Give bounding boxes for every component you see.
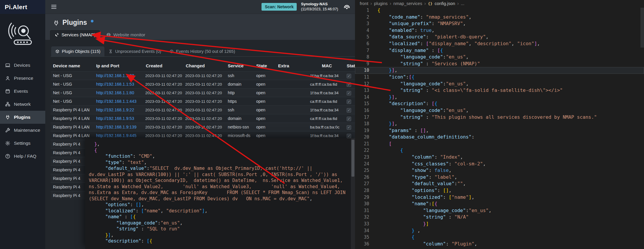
editor-line[interactable]: 22 { bbox=[355, 147, 644, 154]
editor-line[interactable]: 1{ bbox=[355, 7, 644, 14]
sidebar-item-settings[interactable]: Settings bbox=[0, 137, 45, 150]
editor-line[interactable]: 7 "display_name" : [{ bbox=[355, 47, 644, 54]
ip-port-link[interactable]: http://192.168.1.9:22 bbox=[96, 108, 134, 112]
tab-unprocessed-events-0[interactable]: Unprocessed Events (0) bbox=[104, 46, 165, 56]
editor-line[interactable]: 24 "css_classes": "col-sm-2", bbox=[355, 161, 644, 167]
editor-line[interactable]: 8 "language_code":"en_us", bbox=[355, 54, 644, 61]
scan-status-badge[interactable]: Scan: Network bbox=[262, 3, 297, 11]
editor-line[interactable]: 25 "show": false, bbox=[355, 167, 644, 174]
ip-port-link[interactable]: http://192.168.1.9:53 bbox=[96, 116, 134, 121]
ip-port-link[interactable]: http://192.168.1.1:80 bbox=[96, 90, 134, 95]
editor-line[interactable]: 28 "options": [], bbox=[355, 187, 644, 194]
row-checkbox[interactable]: ✓ bbox=[347, 91, 351, 95]
overlay-code-line[interactable]: "function": "CMD", bbox=[89, 153, 346, 160]
editor-line[interactable]: 36 "column": "Plugin", bbox=[355, 241, 644, 248]
sidebar-item-devices[interactable]: Devices bbox=[0, 59, 45, 72]
editor-line[interactable]: 16 "language_code":"en_us", bbox=[355, 107, 644, 114]
breadcrumb-item-[interactable]: ... bbox=[461, 1, 464, 6]
row-checkbox[interactable]: ✓ bbox=[347, 117, 351, 121]
overlay-code-line[interactable]: "options": [], bbox=[89, 202, 346, 208]
editor-line[interactable]: 33 }] bbox=[355, 221, 644, 227]
overlay-code-line[interactable]: "name" : [{ bbox=[89, 214, 346, 220]
row-checkbox[interactable]: ✓ bbox=[347, 74, 351, 78]
overlay-code-line[interactable]: "default_value":"SELECT dv.dev_Name as O… bbox=[89, 165, 346, 202]
overlay-code-line[interactable]: "localized": ["name", "description"], bbox=[89, 208, 346, 214]
editor-line[interactable]: 14 }], bbox=[355, 94, 644, 101]
ip-port-link[interactable]: http://192.168.1.1:22 bbox=[96, 73, 134, 78]
editor-line[interactable]: 21 [ bbox=[355, 141, 644, 147]
breadcrumb-item-plugins[interactable]: plugins bbox=[374, 1, 388, 6]
tab-events-history-50-out-of-1265[interactable]: Events History (50 out of 1265) bbox=[165, 46, 239, 56]
sidebar-item-events[interactable]: Events bbox=[0, 85, 45, 98]
overlay-code-line[interactable]: { bbox=[89, 147, 346, 154]
tab-plugin-objects-115[interactable]: Plugin Objects (115) bbox=[51, 46, 104, 56]
column-header-ip-and-port[interactable]: Ip and Port bbox=[94, 60, 143, 71]
editor-line[interactable]: 23 "column": "Index", bbox=[355, 154, 644, 161]
overlay-code-line[interactable]: "string" : "SQL to run" bbox=[89, 226, 346, 232]
column-header-device-name[interactable]: Device name bbox=[51, 60, 94, 71]
editor-line[interactable]: 9 "string" : "Services (NMAP)" bbox=[355, 61, 644, 67]
row-checkbox[interactable]: ✓ bbox=[347, 134, 351, 138]
overlay-code-line[interactable]: "description": [{ bbox=[89, 238, 346, 244]
overlay-scrollbar-thumb[interactable] bbox=[351, 140, 354, 177]
menu-icon[interactable] bbox=[51, 4, 57, 10]
row-checkbox[interactable]: ✓ bbox=[347, 125, 351, 130]
sidebar-item-network[interactable]: Network bbox=[0, 98, 45, 111]
editor-line[interactable]: 10 }], bbox=[355, 67, 644, 74]
column-header-created[interactable]: Created bbox=[143, 60, 183, 71]
line-number: 22 bbox=[355, 147, 369, 154]
column-header-service[interactable]: Service bbox=[225, 60, 254, 71]
row-checkbox[interactable]: ✓ bbox=[347, 108, 351, 113]
editor-line[interactable]: 3 "unique_prefix": "NMAPSRV", bbox=[355, 20, 644, 27]
ip-port-link[interactable]: http://192.168.1.9:139 bbox=[96, 125, 136, 129]
row-checkbox[interactable]: ✓ bbox=[347, 100, 351, 104]
editor-line[interactable]: 31 "language_code":"en_us", bbox=[355, 207, 644, 214]
editor-line[interactable]: 5 "data_source": "pialert-db-query", bbox=[355, 34, 644, 40]
breadcrumb-item-config-json[interactable]: config.json bbox=[435, 1, 455, 6]
overlay-code-line[interactable]: }, bbox=[89, 141, 346, 147]
editor-line[interactable]: 27 "default_value":"", bbox=[355, 180, 644, 187]
overlay-code-line[interactable]: "type": "text", bbox=[89, 160, 346, 166]
column-header-extra[interactable]: Extra bbox=[276, 60, 309, 71]
editor-line[interactable]: 18 }], bbox=[355, 121, 644, 127]
editor-line[interactable]: 30 "name":[{ bbox=[355, 201, 644, 207]
editor-line[interactable]: 32 "string" : "N/A" bbox=[355, 214, 644, 221]
editor-scrollbar[interactable] bbox=[640, 8, 644, 249]
editor-line[interactable]: 17 "string" : "This plugin shows all ser… bbox=[355, 114, 644, 121]
editor-line[interactable]: 11 "icon":[{ bbox=[355, 74, 644, 81]
editor-line[interactable]: 15 "description": [{ bbox=[355, 100, 644, 107]
editor-line[interactable]: 6 "localized": ["display_name", "descrip… bbox=[355, 40, 644, 47]
overlay-code-line[interactable]: }], bbox=[89, 232, 346, 238]
editor-line[interactable]: 2 "code_name": "nmap_services", bbox=[355, 14, 644, 21]
editor-line[interactable]: 12 "language_code":"en_us", bbox=[355, 81, 644, 87]
ip-port-link[interactable]: http://192.168.1.9:445 bbox=[96, 133, 136, 138]
editor-line[interactable]: 26 "type": "label", bbox=[355, 174, 644, 181]
app-brand[interactable]: Pi.Alert bbox=[0, 0, 45, 14]
overlay-scrollbar[interactable] bbox=[351, 138, 355, 249]
breadcrumb-item-nmap-services[interactable]: nmap_services bbox=[393, 1, 422, 6]
editor-line[interactable]: 29 "localized": ["name"], bbox=[355, 194, 644, 201]
overlay-code-line[interactable]: "language_code":"en_us", bbox=[89, 220, 346, 226]
editor-line[interactable]: 19 "params" : [], bbox=[355, 127, 644, 134]
tab-services-nmap[interactable]: Services (NMAP) bbox=[49, 30, 101, 40]
sidebar-item-plugins[interactable]: Plugins bbox=[0, 111, 45, 124]
editor-line[interactable]: 35 { bbox=[355, 234, 644, 241]
sidebar-item-maintenance[interactable]: Maintenance bbox=[0, 124, 45, 137]
editor-line[interactable]: 34 } , bbox=[355, 227, 644, 234]
tab-website-monitor[interactable]: Website monitor bbox=[101, 30, 150, 40]
column-header-changed[interactable]: Changed bbox=[183, 60, 225, 71]
editor-line[interactable]: 20 "database_column_definitions": bbox=[355, 134, 644, 141]
breadcrumb-item-front[interactable]: front bbox=[360, 1, 368, 6]
sidebar-item-help-faq[interactable]: Help / FAQ bbox=[0, 150, 45, 163]
editor-line[interactable]: 4 "enabled": true, bbox=[355, 27, 644, 34]
editor-line[interactable]: 13 "string" : "<i class=\"fa-solid fa-sa… bbox=[355, 87, 644, 94]
table-row: Raspberry Pi 4 LANhttp://192.168.1.9:532… bbox=[51, 114, 355, 123]
editor-scrollbar-thumb[interactable] bbox=[640, 8, 644, 48]
column-header-state[interactable]: State bbox=[254, 60, 276, 71]
ip-port-link[interactable]: http://192.168.1.1:443 bbox=[96, 99, 136, 104]
sidebar-item-presence[interactable]: Presence bbox=[0, 72, 45, 85]
column-header-status[interactable]: Status bbox=[344, 60, 355, 71]
row-checkbox[interactable]: ✓ bbox=[347, 82, 351, 87]
column-header-mac[interactable]: MAC bbox=[309, 60, 344, 71]
ip-port-link[interactable]: http://192.168.1.1:53 bbox=[96, 82, 134, 87]
